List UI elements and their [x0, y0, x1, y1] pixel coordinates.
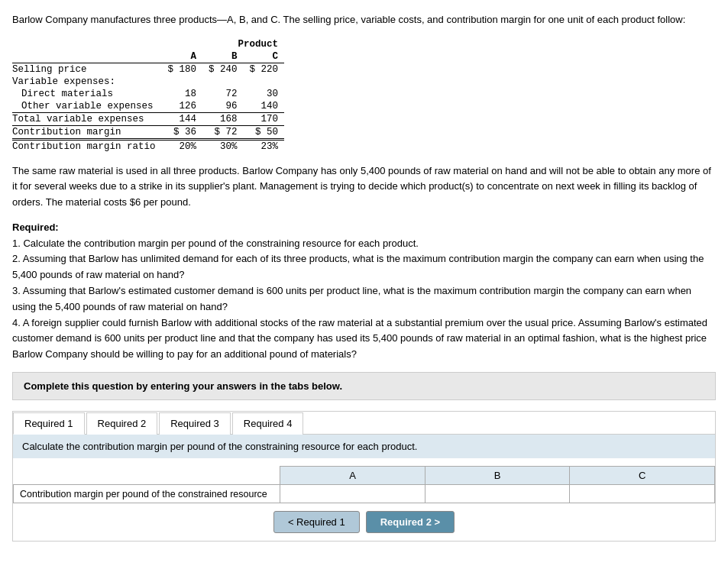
- answer-row: Contribution margin per pound of the con…: [14, 485, 715, 503]
- tab-required-3[interactable]: Required 3: [159, 412, 231, 435]
- tabs-header: Required 1 Required 2 Required 3 Require…: [13, 412, 715, 435]
- col-a: A: [162, 50, 203, 63]
- intro-text: Barlow Company manufactures three produc…: [12, 12, 716, 27]
- row-val-c: 170: [244, 112, 285, 125]
- answer-cell-c[interactable]: [570, 485, 715, 503]
- row-val-b: 168: [202, 112, 244, 125]
- row-label: Other variable expenses: [12, 100, 162, 113]
- answer-input-c[interactable]: [576, 488, 708, 499]
- required-header: Required:: [12, 221, 59, 233]
- answer-col-b: B: [425, 467, 570, 485]
- answer-col-c: C: [570, 467, 715, 485]
- answer-table: A B C Contribution margin per pound of t…: [13, 466, 715, 503]
- required-item-4: 4. A foreign supplier could furnish Barl…: [12, 315, 716, 363]
- row-val-a: 126: [162, 100, 203, 113]
- body-text: The same raw material is used in all thr…: [12, 163, 716, 211]
- complete-box: Complete this question by entering your …: [12, 372, 716, 400]
- table-row: Total variable expenses 144 168 170: [12, 112, 284, 125]
- row-val-a: 18: [162, 88, 203, 100]
- tab-content: Calculate the contribution margin per po…: [13, 435, 715, 541]
- row-val-c: 140: [244, 100, 285, 113]
- table-row: Variable expenses:: [12, 76, 284, 88]
- answer-col-empty: [14, 467, 280, 485]
- row-val-b: $ 72: [202, 125, 244, 139]
- row-val-c: 30: [244, 88, 285, 100]
- row-label: Contribution margin ratio: [12, 139, 162, 153]
- row-val-b: [202, 76, 244, 88]
- answer-col-a: A: [280, 467, 425, 485]
- row-val-c: [244, 76, 285, 88]
- row-label: Total variable expenses: [12, 112, 162, 125]
- required-item-2: 2. Assuming that Barlow has unlimited de…: [12, 251, 716, 283]
- product-table: Product A B C Selling price $ 180 $ 240 …: [12, 38, 284, 153]
- row-val-a: [162, 76, 203, 88]
- row-val-b: 30%: [202, 139, 244, 153]
- required-section: Required: 1. Calculate the contribution …: [12, 220, 716, 363]
- required-item-3: 3. Assuming that Barlow's estimated cust…: [12, 283, 716, 315]
- table-row: Other variable expenses 126 96 140: [12, 100, 284, 113]
- answer-cell-a[interactable]: [280, 485, 425, 503]
- row-label: Variable expenses:: [12, 76, 162, 88]
- col-c: C: [244, 50, 285, 63]
- row-label: Selling price: [12, 63, 162, 76]
- table-row: Contribution margin $ 36 $ 72 $ 50: [12, 125, 284, 139]
- row-label: Direct materials: [12, 88, 162, 100]
- row-val-a: 20%: [162, 139, 203, 153]
- row-val-c: 23%: [244, 139, 285, 153]
- answer-row-label: Contribution margin per pound of the con…: [14, 485, 280, 503]
- tab-required-4[interactable]: Required 4: [232, 412, 304, 435]
- row-val-b: 72: [202, 88, 244, 100]
- complete-box-text: Complete this question by entering your …: [24, 380, 342, 392]
- col-b: B: [202, 50, 244, 63]
- product-header: Product: [162, 38, 285, 50]
- answer-input-a[interactable]: [286, 488, 419, 499]
- prev-button[interactable]: < Required 1: [273, 511, 360, 533]
- nav-buttons: < Required 1 Required 2 >: [13, 503, 715, 541]
- tab-required-1[interactable]: Required 1: [13, 412, 85, 435]
- next-button[interactable]: Required 2 >: [366, 511, 455, 533]
- row-val-c: $ 50: [244, 125, 285, 139]
- table-row: Contribution margin ratio 20% 30% 23%: [12, 139, 284, 153]
- answer-input-b[interactable]: [432, 488, 564, 499]
- row-val-b: 96: [202, 100, 244, 113]
- required-item-1: 1. Calculate the contribution margin per…: [12, 236, 716, 252]
- table-row: Selling price $ 180 $ 240 $ 220: [12, 63, 284, 76]
- tab-instruction: Calculate the contribution margin per po…: [13, 435, 715, 458]
- row-val-c: $ 220: [244, 63, 285, 76]
- tabs-container: Required 1 Required 2 Required 3 Require…: [12, 411, 716, 542]
- answer-cell-b[interactable]: [425, 485, 570, 503]
- row-val-a: $ 36: [162, 125, 203, 139]
- tab-required-2[interactable]: Required 2: [86, 412, 158, 435]
- row-val-b: $ 240: [202, 63, 244, 76]
- table-row: Direct materials 18 72 30: [12, 88, 284, 100]
- row-val-a: $ 180: [162, 63, 203, 76]
- row-val-a: 144: [162, 112, 203, 125]
- row-label: Contribution margin: [12, 125, 162, 139]
